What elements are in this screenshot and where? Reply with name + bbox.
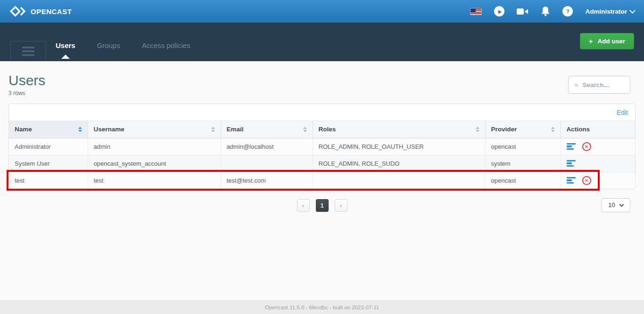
column-header-email[interactable]: Email	[221, 121, 313, 138]
chevron-down-icon	[629, 8, 636, 14]
sort-icon	[476, 127, 479, 132]
chevron-down-icon	[619, 202, 624, 207]
user-menu-label: Administrator	[585, 8, 627, 15]
hamburger-icon	[22, 47, 34, 48]
footer-version-text: Opencast 11.5.0 - 6fecdbc - built on 202…	[265, 305, 380, 310]
cell-roles	[313, 172, 485, 189]
column-header-username[interactable]: Username	[88, 121, 221, 138]
search-input[interactable]	[582, 81, 620, 89]
sort-icon	[551, 127, 555, 132]
pagination-row: ‹ 1 › 10	[8, 189, 636, 222]
table-header-row: Name Username Email Roles	[9, 121, 635, 138]
search-box: ⌕	[568, 76, 630, 94]
menu-toggle-button[interactable]	[10, 41, 46, 61]
cell-name: test	[9, 172, 88, 189]
cell-username: admin	[88, 138, 221, 155]
opencast-logo-icon	[9, 5, 26, 17]
table-row: Administrator admin admin@localhost ROLE…	[9, 138, 635, 155]
main-content: Users 3 rows ⌕ Edit Name U	[0, 61, 644, 222]
play-icon[interactable]: ▶	[494, 6, 504, 16]
language-flag-icon[interactable]	[470, 8, 482, 15]
top-bar: OPENCAST ▶ ? Administrator	[0, 0, 644, 23]
plus-icon: +	[589, 37, 593, 45]
next-page-button[interactable]: ›	[335, 199, 347, 212]
per-page-value: 10	[608, 201, 615, 209]
cell-roles: ROLE_ADMIN, ROLE_OAUTH_USER	[313, 138, 485, 155]
help-icon[interactable]: ?	[562, 6, 573, 16]
delete-user-icon[interactable]: ✕	[582, 142, 591, 151]
cell-provider: opencast	[485, 172, 561, 189]
page-title: Users	[8, 72, 636, 89]
pagination: ‹ 1 ›	[8, 199, 636, 212]
cell-provider: opencast	[485, 138, 561, 155]
tab-groups[interactable]: Groups	[97, 41, 120, 59]
sort-icon	[211, 127, 215, 132]
table-toolbar: Edit	[9, 104, 635, 121]
cell-roles: ROLE_ADMIN, ROLE_SUDO	[313, 155, 485, 172]
footer: Opencast 11.5.0 - 6fecdbc - built on 202…	[0, 300, 644, 314]
column-header-name[interactable]: Name	[9, 121, 88, 138]
nav-bar: Users Groups Access policies + Add user	[0, 23, 644, 61]
user-details-icon[interactable]	[567, 177, 576, 184]
user-menu[interactable]: Administrator	[585, 8, 635, 15]
row-count: 3 rows	[8, 90, 636, 97]
brand-name: OPENCAST	[31, 8, 72, 16]
user-details-icon[interactable]	[567, 143, 576, 150]
delete-user-icon[interactable]: ✕	[582, 176, 591, 185]
per-page-select[interactable]: 10	[601, 198, 630, 212]
edit-columns-link[interactable]: Edit	[617, 109, 628, 116]
cell-name: Administrator	[9, 138, 88, 155]
cell-username: opencast_system_account	[88, 155, 221, 172]
add-user-label: Add user	[597, 38, 625, 45]
table-row-highlighted: test test test@test.com opencast ✕	[9, 172, 635, 189]
cell-username: test	[88, 172, 221, 189]
prev-page-button[interactable]: ‹	[297, 199, 310, 212]
column-header-roles[interactable]: Roles	[313, 121, 485, 138]
bell-icon[interactable]	[541, 6, 550, 16]
column-header-actions: Actions	[561, 121, 635, 138]
title-row: Users 3 rows ⌕	[8, 61, 636, 104]
column-header-provider[interactable]: Provider	[485, 121, 561, 138]
user-details-icon[interactable]	[567, 160, 576, 167]
tab-users[interactable]: Users	[56, 41, 75, 59]
tab-access-policies[interactable]: Access policies	[142, 41, 190, 59]
cell-email: admin@localhost	[221, 138, 313, 155]
users-table-container: Edit Name Username Email	[8, 104, 636, 189]
users-table: Name Username Email Roles	[9, 121, 635, 189]
page-1-button[interactable]: 1	[316, 199, 329, 212]
sort-icon	[78, 127, 82, 132]
sort-icon	[303, 127, 307, 132]
nav-tabs: Users Groups Access policies	[56, 23, 190, 61]
search-icon: ⌕	[574, 81, 578, 89]
cell-email: test@test.com	[221, 172, 313, 189]
cell-email	[221, 155, 313, 172]
brand[interactable]: OPENCAST	[9, 5, 72, 17]
cell-provider: system	[485, 155, 561, 172]
camera-icon[interactable]	[517, 8, 528, 16]
table-row: System User opencast_system_account ROLE…	[9, 155, 635, 172]
active-tab-pointer	[61, 55, 70, 59]
cell-name: System User	[9, 155, 88, 172]
add-user-button[interactable]: + Add user	[580, 33, 634, 49]
